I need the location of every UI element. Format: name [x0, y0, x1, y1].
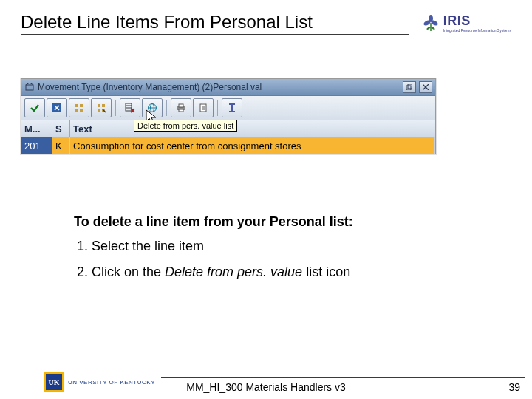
sap-title-text: Movement Type (Inventory Management) (2)… — [38, 82, 400, 92]
svg-point-3 — [426, 26, 431, 30]
close-window-icon[interactable] — [419, 81, 432, 93]
cell-special-stock: K — [52, 137, 70, 154]
toolbar-separator — [166, 100, 167, 116]
table-row[interactable]: 201 K Consumption for cost center from c… — [21, 137, 435, 154]
sap-titlebar: Movement Type (Inventory Management) (2)… — [21, 79, 435, 96]
continue-button[interactable] — [24, 98, 45, 117]
col-header-m[interactable]: M... — [21, 120, 52, 137]
uk-text: UNIVERSITY OF KENTUCKY — [68, 379, 155, 386]
svg-point-4 — [431, 26, 435, 30]
logo-text: IRIS — [443, 13, 511, 29]
col-header-text[interactable]: Text — [70, 120, 435, 137]
cell-movement-type: 201 — [21, 137, 52, 154]
svg-rect-12 — [80, 109, 83, 112]
cancel-button[interactable] — [47, 98, 67, 117]
sap-toolbar: Delete from pers. value list — [21, 96, 435, 120]
globe-button[interactable] — [142, 98, 163, 117]
footer-doc-title: MM_HI_300 Materials Handlers v3 — [186, 381, 346, 393]
page-title: Delete Line Items From Personal List — [21, 12, 409, 35]
find-button[interactable] — [69, 98, 89, 117]
svg-rect-7 — [408, 84, 412, 89]
instructions: To delete a line item from your Personal… — [74, 214, 488, 290]
toolbar-separator — [115, 100, 116, 116]
svg-rect-25 — [179, 109, 183, 112]
tooltip: Delete from pers. value list — [134, 120, 237, 132]
svg-rect-33 — [229, 103, 235, 105]
window-icon — [24, 82, 35, 92]
svg-rect-11 — [75, 109, 78, 112]
restore-window-icon[interactable] — [403, 81, 416, 93]
print-button[interactable] — [171, 98, 191, 117]
page-number: 39 — [508, 381, 520, 393]
svg-rect-5 — [26, 85, 33, 90]
col-header-s[interactable]: S — [52, 120, 70, 137]
delete-from-list-button[interactable] — [120, 98, 140, 117]
instruction-step-2: Click on the Delete from pers. value lis… — [92, 265, 488, 280]
instruction-step-1: Select the line item — [92, 239, 488, 254]
sap-dialog: Movement Type (Inventory Management) (2)… — [21, 78, 436, 154]
info-button[interactable] — [222, 98, 242, 117]
uk-logo: UK UNIVERSITY OF KENTUCKY — [44, 372, 155, 392]
toolbar-separator — [217, 100, 218, 116]
svg-rect-10 — [80, 104, 83, 107]
svg-rect-17 — [126, 103, 132, 111]
svg-rect-27 — [202, 103, 205, 105]
svg-rect-14 — [102, 104, 105, 107]
iris-flower-icon — [421, 13, 440, 33]
logo-subtitle: Integrated Resource Information Systems — [443, 29, 511, 33]
uk-mark-icon: UK — [44, 372, 64, 392]
svg-rect-24 — [179, 104, 183, 107]
svg-rect-13 — [98, 104, 100, 107]
svg-rect-31 — [231, 104, 233, 112]
svg-rect-9 — [75, 104, 78, 107]
svg-rect-15 — [98, 109, 100, 112]
iris-logo: IRIS Integrated Resource Information Sys… — [421, 13, 511, 35]
svg-rect-32 — [229, 111, 235, 112]
clipboard-button[interactable] — [193, 98, 214, 117]
cell-text: Consumption for cost center from consign… — [70, 137, 435, 154]
footer-divider — [161, 377, 525, 378]
find-next-button[interactable] — [91, 98, 112, 117]
svg-rect-6 — [406, 86, 411, 90]
instruction-heading: To delete a line item from your Personal… — [74, 214, 488, 230]
